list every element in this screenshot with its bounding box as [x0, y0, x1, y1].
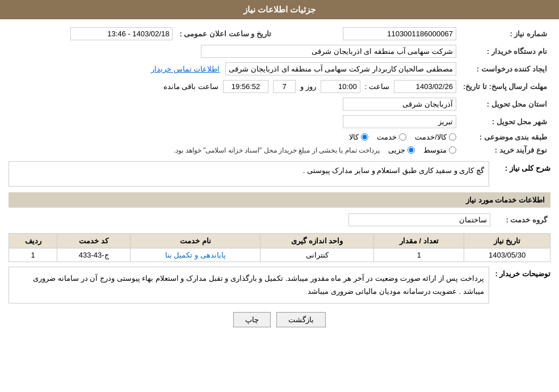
shahr-value: تبریز — [9, 113, 460, 130]
nam-dastgah-row: نام دستگاه خریدار : شرکت سهامی آب منطقه … — [9, 43, 550, 60]
button-area: بازگشت چاپ — [9, 312, 550, 327]
ettelaat-tamas-link[interactable]: اطلاعات تماس خریدار — [151, 65, 220, 73]
col-vahed: واحد اندازه گیری — [260, 234, 374, 248]
mohlat-label: مهلت ارسال پاسخ: تا تاریخ: — [460, 78, 550, 95]
rooz-label: روز و — [300, 82, 316, 91]
sharh-row: شرح کلی نیاز : گچ کاری و سفید کاری طبق ا… — [9, 161, 550, 187]
page-container: جزئیات اطلاعات نیاز شماره نیاز : 1103001… — [0, 0, 559, 392]
baghi-mande-input: 19:56:52 — [223, 80, 268, 93]
col-kod-khadamat: کد خدمت — [57, 234, 131, 248]
col-nam-khadamat: نام خدمت — [131, 234, 260, 248]
services-table-head: تاریخ نیاز تعداد / مقدار واحد اندازه گیر… — [9, 234, 550, 248]
content-area: شماره نیاز : 1103001186000067 تاریخ و سا… — [0, 19, 559, 342]
no-farayand-label: نوع فرآیند خرید : — [460, 144, 550, 157]
ijad-konnande-row: ایجاد کننده درخواست : مصطفی صالحیان کارب… — [9, 60, 550, 78]
grooh-khadamat-input: ساختمان — [348, 213, 490, 226]
ostan-input: آذربایجان شرقی — [343, 98, 456, 111]
khadamat-info-table: گروه خدمت : ساختمان — [9, 211, 550, 229]
sharh-input: گچ کاری و سفید کاری طبق استعلام و سایر م… — [9, 161, 489, 187]
mohlat-row: مهلت ارسال پاسخ: تا تاریخ: 1403/02/26 سا… — [9, 78, 550, 95]
back-button[interactable]: بازگشت — [276, 312, 326, 327]
saat-input: 10:00 — [321, 80, 360, 93]
tosihaat-label: توضیحات خریدار : — [494, 267, 550, 278]
ostan-label: استان محل تحویل : — [460, 95, 550, 113]
radio-jozii: جزیی — [388, 146, 415, 154]
radio-motavaset: متوسط — [423, 146, 456, 154]
nam-khadamat-cell: پایاندهی و تکمیل بنا — [131, 248, 260, 262]
no-farayand-row: نوع فرآیند خرید : متوسط جزیی — [9, 144, 550, 157]
grooh-khadamat-row: گروه خدمت : ساختمان — [9, 211, 550, 229]
radio-motavaset-input[interactable] — [449, 146, 456, 154]
tarikh-saat-label: تاریخ و ساعت اعلان عمومی : — [176, 25, 274, 43]
ijad-konnande-input: مصطفی صالحیان کاربردار شرکت سهامی آب منط… — [225, 62, 456, 75]
services-table-header-row: تاریخ نیاز تعداد / مقدار واحد اندازه گیر… — [9, 234, 550, 248]
no-farayand-radio-group: متوسط جزیی — [388, 146, 456, 154]
services-table-body: 1403/05/30 1 کنترانی پایاندهی و تکمیل بن… — [9, 248, 550, 262]
radio-kala-khidmat: کالا/خدمت — [415, 133, 456, 141]
page-header: جزئیات اطلاعات نیاز — [0, 0, 559, 19]
radio-kala-input[interactable] — [361, 133, 368, 141]
ostan-row: استان محل تحویل : آذربایجان شرقی — [9, 95, 550, 113]
tosihaat-input: پرداخت پس از ارائه صورت وضعیت در آخر هر … — [9, 267, 489, 304]
radif-cell: 1 — [9, 248, 57, 262]
col-tedad: تعداد / مقدار — [374, 234, 464, 248]
radio-kala-label: کالا — [349, 133, 359, 141]
radio-jozii-input[interactable] — [407, 146, 415, 154]
radio-kala-khidmat-label: کالا/خدمت — [415, 133, 447, 141]
vahed-cell: کنترانی — [260, 248, 374, 262]
info-table-top: شماره نیاز : 1103001186000067 تاریخ و سا… — [9, 25, 550, 157]
saat-label: ساعت : — [365, 82, 389, 91]
nam-dastgah-input: شرکت سهامی آب منطقه ای اذربایجان شرقی — [201, 45, 456, 58]
radio-khidmat-label: خدمت — [377, 133, 397, 141]
shahr-input: تبریز — [343, 115, 456, 128]
tabaghebandi-value: کالا/خدمت خدمت کالا — [9, 130, 460, 144]
farayand-note: پرداخت تمام یا بخشی از مبلغ خریداز محل "… — [174, 146, 380, 154]
tabaghebandi-row: طبقه بندی موضوعی : کالا/خدمت خدمت — [9, 130, 550, 144]
nam-dastgah-label: نام دستگاه خریدار : — [460, 43, 550, 60]
table-row: 1403/05/30 1 کنترانی پایاندهی و تکمیل بن… — [9, 248, 550, 262]
baghi-mande-label: ساعت باقی مانده — [163, 82, 218, 91]
radio-khidmat-input[interactable] — [399, 133, 406, 141]
khadamat-section-header: اطلاعات خدمات مورد نیاز — [9, 192, 550, 208]
radio-jozii-label: جزیی — [388, 146, 405, 154]
radio-kala-khidmat-input[interactable] — [449, 133, 456, 141]
nam-dastgah-value: شرکت سهامی آب منطقه ای اذربایجان شرقی — [9, 43, 460, 60]
shomare-niaz-label: شماره نیاز : — [460, 25, 550, 43]
shomare-niaz-input: 1103001186000067 — [343, 27, 456, 40]
shomare-niaz-row: شماره نیاز : 1103001186000067 تاریخ و سا… — [9, 25, 550, 43]
tarikh-saat-value: 1403/02/18 - 13:46 — [9, 25, 176, 43]
no-farayand-value: متوسط جزیی پرداخت تمام یا بخشی از مبلغ خ… — [9, 144, 460, 157]
radio-motavaset-label: متوسط — [423, 146, 447, 154]
col-radif: ردیف — [9, 234, 57, 248]
tabaghebandi-label: طبقه بندی موضوعی : — [460, 130, 550, 144]
ostan-value: آذربایجان شرقی — [9, 95, 460, 113]
col-tarikh-niaz: تاریخ نیاز — [464, 234, 550, 248]
radio-khidmat: خدمت — [377, 133, 406, 141]
page-title: جزئیات اطلاعات نیاز — [243, 5, 316, 14]
tabaghebandi-radio-group: کالا/خدمت خدمت کالا — [12, 133, 456, 141]
shahr-label: شهر محل تحویل : — [460, 113, 550, 130]
mohlat-value: 1403/02/26 ساعت : 10:00 روز و 7 19:56:52… — [9, 78, 460, 95]
services-table: تاریخ نیاز تعداد / مقدار واحد اندازه گیر… — [9, 233, 550, 262]
sharh-label: شرح کلی نیاز : — [494, 161, 550, 172]
shahr-row: شهر محل تحویل : تبریز — [9, 113, 550, 130]
tarikh-saat-input: 1403/02/18 - 13:46 — [70, 27, 173, 40]
radio-kala: کالا — [349, 133, 368, 141]
print-button[interactable]: چاپ — [233, 312, 271, 327]
rooz-input: 7 — [273, 80, 296, 93]
tarikh-niaz-cell: 1403/05/30 — [464, 248, 550, 262]
grooh-khadamat-value: ساختمان — [9, 211, 494, 229]
tosihaat-row: توضیحات خریدار : پرداخت پس از ارائه صورت… — [9, 267, 550, 304]
shomare-niaz-value: 1103001186000067 — [275, 25, 460, 43]
ijad-konnande-label: ایجاد کننده درخواست : — [460, 60, 550, 78]
tarikh-input: 1403/02/26 — [394, 80, 456, 93]
grooh-khadamat-label: گروه خدمت : — [494, 211, 550, 229]
kod-khadamat-cell: ج-43-433 — [57, 248, 131, 262]
ijad-konnande-value: مصطفی صالحیان کاربردار شرکت سهامی آب منط… — [9, 60, 460, 78]
tedad-cell: 1 — [374, 248, 464, 262]
